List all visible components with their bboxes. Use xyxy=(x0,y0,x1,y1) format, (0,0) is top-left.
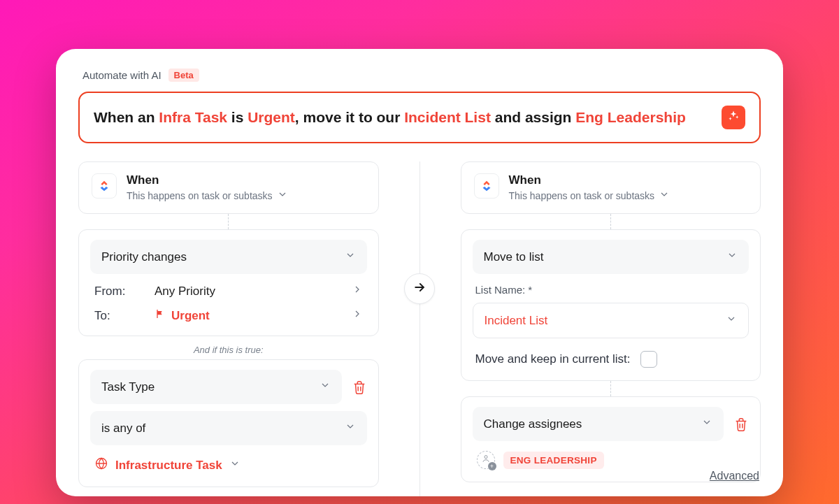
keep-in-list-checkbox[interactable] xyxy=(640,351,657,368)
clickup-logo-icon xyxy=(474,173,499,199)
delete-action-button[interactable] xyxy=(733,417,749,432)
chevron-down-icon xyxy=(726,250,738,264)
header-row: Automate with AI Beta xyxy=(78,69,761,82)
add-assignee-button[interactable]: + xyxy=(477,451,495,469)
condition-value[interactable]: Infrastructure Task xyxy=(90,445,367,474)
chevron-down-icon xyxy=(659,189,670,202)
when-block-right[interactable]: When This happens on task or subtasks xyxy=(461,161,761,214)
condition-field-select[interactable]: Task Type xyxy=(90,370,342,404)
flag-icon xyxy=(155,308,166,323)
ai-prompt-box[interactable]: When an Infra Task is Urgent, move it to… xyxy=(78,92,761,143)
chevron-down-icon xyxy=(701,417,712,431)
condition-hint: And if this is true: xyxy=(78,336,379,359)
clickup-logo-icon xyxy=(92,173,117,199)
connector xyxy=(78,214,379,229)
connector xyxy=(461,214,761,229)
chevron-down-icon xyxy=(726,313,737,328)
trigger-column: When This happens on task or subtasks Pr… xyxy=(78,161,420,496)
list-select[interactable]: Incident List xyxy=(473,303,750,338)
connector xyxy=(461,381,761,396)
trash-icon xyxy=(352,385,367,397)
when-subtitle[interactable]: This happens on task or subtasks xyxy=(509,189,671,202)
when-subtitle[interactable]: This happens on task or subtasks xyxy=(127,189,288,202)
list-name-label: List Name: * xyxy=(473,274,750,303)
columns: When This happens on task or subtasks Pr… xyxy=(78,161,761,496)
globe-icon xyxy=(94,456,108,474)
chevron-right-icon xyxy=(352,308,363,323)
chevron-down-icon xyxy=(229,458,241,473)
ai-prompt-text: When an Infra Task is Urgent, move it to… xyxy=(94,108,686,127)
from-row[interactable]: From: Any Priority xyxy=(90,274,367,298)
flow-arrow xyxy=(404,273,435,304)
chevron-down-icon xyxy=(320,380,331,394)
sparkle-icon xyxy=(727,110,740,125)
svg-point-1 xyxy=(484,456,487,459)
assignee-chip[interactable]: ENG LEADERSHIP xyxy=(503,452,604,469)
chevron-down-icon xyxy=(345,421,356,435)
trigger-select[interactable]: Priority changes xyxy=(90,240,367,274)
advanced-link[interactable]: Advanced xyxy=(710,470,759,482)
chevron-down-icon xyxy=(277,189,288,202)
automation-card: Automate with AI Beta When an Infra Task… xyxy=(56,49,783,496)
trigger-section: Priority changes From: Any Priority To: xyxy=(78,229,379,336)
ai-generate-button[interactable] xyxy=(722,106,745,129)
action-column: When This happens on task or subtasks Mo… xyxy=(420,161,761,496)
when-title: When xyxy=(127,173,288,187)
trash-icon xyxy=(733,422,749,434)
action-select[interactable]: Move to list xyxy=(473,240,750,274)
plus-icon: + xyxy=(488,462,496,470)
chevron-right-icon xyxy=(352,284,363,298)
beta-badge: Beta xyxy=(168,69,199,82)
when-block-left[interactable]: When This happens on task or subtasks xyxy=(78,161,379,214)
arrow-right-icon xyxy=(413,280,426,297)
keep-in-list-row: Move and keep in current list: xyxy=(473,338,750,368)
move-to-list-action: Move to list List Name: * Incident List … xyxy=(461,229,761,381)
condition-section: Task Type is any of Infrastructure Task xyxy=(78,359,379,487)
condition-op-select[interactable]: is any of xyxy=(90,411,367,445)
chevron-down-icon xyxy=(345,250,356,264)
delete-condition-button[interactable] xyxy=(352,380,367,395)
action-select[interactable]: Change assignees xyxy=(473,407,724,441)
when-title: When xyxy=(509,173,671,187)
header-label: Automate with AI xyxy=(83,69,162,81)
to-row[interactable]: To: Urgent xyxy=(90,298,367,323)
